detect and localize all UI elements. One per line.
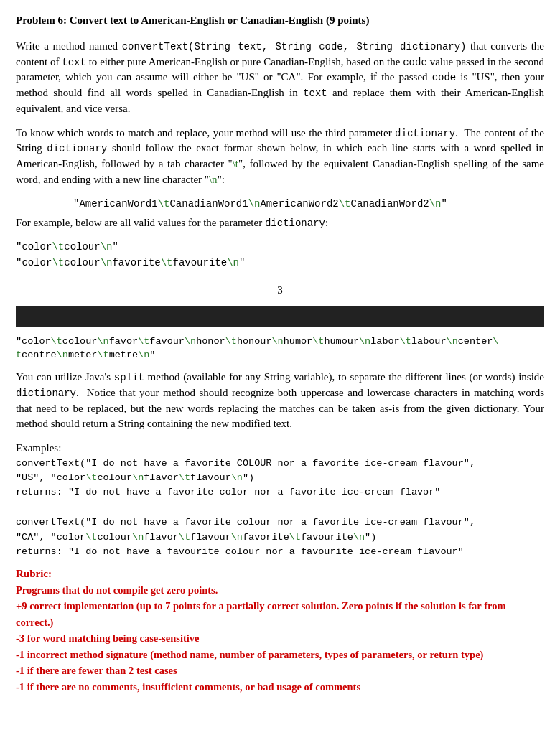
dict-param: dictionary [395, 128, 455, 139]
rubric-title: Rubric: [16, 566, 544, 582]
dict-param2: dictionary [47, 143, 107, 154]
dict-param4: dictionary [16, 388, 76, 399]
example-1-return: returns: "I do not have a favorite color… [16, 485, 544, 500]
paragraph-4: You can utilize Java's split method (ava… [16, 370, 544, 432]
rubric-line-5: -1 if there are fewer than 2 test cases [16, 663, 544, 678]
example-dict-2: "color\tcolour\nfavorite\tfavourite\n" [16, 256, 544, 270]
tab-char: \t [233, 158, 238, 169]
example-2-line1: convertText("I do not have a favorite co… [16, 515, 544, 530]
split-method: split [114, 372, 144, 383]
method-signature: convertText(String text, String code, St… [122, 41, 467, 52]
rubric-line-2: +9 correct implementation (up to 7 point… [16, 598, 544, 630]
example-2-line2: "CA", "color\tcolour\nflavor\tflavour\nf… [16, 530, 544, 545]
example-1-line1: convertText("I do not have a favorite CO… [16, 457, 544, 471]
paragraph-2: To know which words to match and replace… [16, 126, 544, 188]
code-param: code [403, 57, 427, 68]
dict-format-example: "AmericanWord1\tCanadianWord1\nAmericanW… [73, 197, 544, 211]
page-number: 3 [16, 283, 544, 299]
example-1-line2: "US", "color\tcolour\nflavor\tflavour\n"… [16, 471, 544, 485]
rubric-line-6: -1 if there are no comments, insufficien… [16, 679, 544, 695]
text-param: text [62, 57, 86, 68]
rubric-line-4: -1 incorrect method signature (method na… [16, 647, 544, 663]
dark-divider [16, 306, 544, 327]
problem-title: Problem 6: Convert text to American-Engl… [16, 13, 544, 29]
example-dict-1: "color\tcolour\n" [16, 240, 544, 254]
rubric-line-3: -3 for word matching being case-sensitiv… [16, 630, 544, 646]
text-param2: text [303, 88, 327, 99]
example-2-return: returns: "I do not have a favourite colo… [16, 545, 544, 559]
dict-param3: dictionary [265, 217, 325, 229]
long-dict-example: "color\tcolour\nfavor\tfavour\nhonor\tho… [16, 334, 544, 362]
examples-section: Examples: convertText("I do not have a f… [16, 441, 544, 559]
rubric-section: Rubric: Programs that do not compile get… [16, 566, 544, 695]
paragraph-1: Write a method named convertText(String … [16, 39, 544, 117]
rubric-line-1: Programs that do not compile get zero po… [16, 582, 544, 598]
paragraph-3: For example, below are all valid values … [16, 215, 544, 231]
examples-label: Examples: [16, 441, 544, 457]
newline-char: \n [209, 174, 218, 185]
code-param2: code [432, 72, 457, 83]
